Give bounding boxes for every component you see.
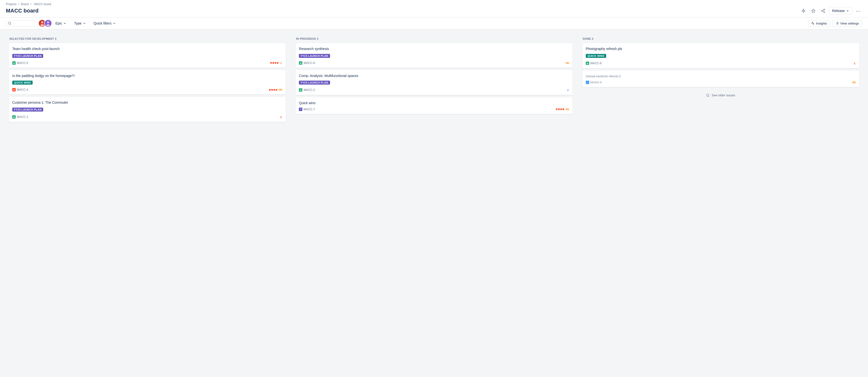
- column-inprogress-header: IN PROGRESS 3: [296, 37, 572, 40]
- quick-filters-button[interactable]: Quick filters: [91, 20, 118, 27]
- dot-1: [270, 62, 272, 64]
- search-input[interactable]: [11, 22, 31, 25]
- type-filter-button[interactable]: Type: [71, 20, 88, 27]
- card-macc5-meta: ∧: [270, 61, 282, 65]
- insights-button[interactable]: Insights: [808, 20, 830, 27]
- card-macc8-id: ▲ MACC-8: [299, 61, 315, 65]
- card-macc4-meta: [269, 89, 282, 91]
- card-macc3[interactable]: Social content: Week 2 MACC-3: [582, 71, 859, 87]
- toolbar: Epic Type Quick filters Insights View se…: [0, 18, 868, 29]
- improvement-icon: ★: [299, 107, 302, 111]
- card-macc3-id: MACC-3: [586, 81, 602, 84]
- svg-point-10: [40, 24, 44, 26]
- line-1: [852, 82, 856, 82]
- svg-point-3: [822, 10, 823, 11]
- card-macc5[interactable]: Team health check post-launch FY23 LAUNC…: [9, 43, 286, 68]
- dot-2: [271, 89, 273, 91]
- quick-filters-chevron-icon: [113, 22, 116, 25]
- view-settings-button[interactable]: View settings: [832, 20, 862, 27]
- card-macc6[interactable]: Photography refresh pls QUICK WINS ▲ MAC…: [582, 43, 859, 68]
- card-macc7[interactable]: Quick wins ★ MACC-7: [296, 97, 572, 114]
- story-icon-2: ▲: [12, 115, 16, 119]
- board: SELECTED FOR DEVELOPMENT 3 Team health c…: [0, 29, 868, 367]
- see-older-label: See older issues: [712, 93, 735, 97]
- lines-icon-3: [566, 108, 569, 110]
- card-macc2-meta: ∨: [567, 88, 569, 92]
- view-settings-icon: [835, 22, 839, 25]
- card-macc4-id: ■ MACC-4: [12, 88, 28, 91]
- card-macc7-footer: ★ MACC-7: [299, 107, 569, 111]
- search-box[interactable]: [6, 20, 35, 27]
- toolbar-right: Insights View settings: [808, 20, 862, 27]
- svg-line-8: [10, 24, 11, 25]
- dot-4: [562, 108, 564, 110]
- card-macc5-id: ▲ MACC-5: [12, 61, 28, 65]
- breadcrumb-current: MACC board: [34, 2, 51, 6]
- card-macc1-id: ▲ MACC-1: [12, 115, 28, 119]
- story-icon-5: ▲: [586, 62, 589, 65]
- breadcrumb-projects[interactable]: Projects: [6, 2, 17, 6]
- column-done: DONE 2 Photography refresh pls QUICK WIN…: [580, 34, 862, 104]
- column-inprogress: IN PROGRESS 3 Research synthesis FY23 LA…: [292, 34, 575, 119]
- dot-2: [272, 62, 274, 64]
- chevron-up-orange-icon: ∧: [280, 115, 282, 119]
- chevron-up-icon: ∧: [280, 61, 282, 65]
- card-macc4-footer: ■ MACC-4: [12, 88, 282, 91]
- see-older-issues[interactable]: See older issues: [582, 90, 859, 101]
- avatar-2-icon: [45, 20, 51, 26]
- svg-point-9: [41, 21, 43, 23]
- epic-filter-button[interactable]: Epic: [53, 20, 69, 27]
- board-title: MACC board: [6, 8, 38, 14]
- breadcrumb: Projects / Board / MACC board: [6, 2, 862, 6]
- share-button[interactable]: [819, 7, 827, 15]
- release-label: Release: [832, 9, 845, 13]
- card-macc2-id: ▲ MACC-2: [299, 88, 315, 92]
- dot-3: [560, 108, 562, 110]
- card-macc2-label: FY23 LAUNCH PLAN: [299, 81, 330, 85]
- type-chevron-icon: [83, 22, 86, 25]
- card-macc8-meta: [566, 62, 569, 64]
- card-macc8-footer: ▲ MACC-8: [299, 61, 569, 65]
- insights-label: Insights: [816, 22, 827, 25]
- line-2: [566, 63, 569, 64]
- line-1: [566, 62, 569, 63]
- svg-point-2: [824, 9, 825, 10]
- card-macc5-label: FY23 LAUNCH PLAN: [12, 54, 43, 58]
- quick-filters-label: Quick filters: [94, 21, 112, 25]
- checkbox-icon: [586, 81, 589, 84]
- lines-icon-4: [852, 82, 856, 83]
- breadcrumb-board[interactable]: Board: [21, 2, 29, 6]
- star-icon: [811, 8, 815, 13]
- star-button[interactable]: [809, 7, 817, 15]
- card-macc8[interactable]: Research synthesis FY23 LAUNCH PLAN ▲ MA…: [296, 43, 572, 68]
- epic-chevron-icon: [63, 22, 66, 25]
- line-1: [566, 108, 569, 109]
- story-icon: ▲: [12, 61, 16, 65]
- card-macc7-id: ★ MACC-7: [299, 107, 315, 111]
- line-2: [566, 109, 569, 110]
- card-macc1[interactable]: Customer persona 1: The Commuter FY23 LA…: [9, 97, 286, 122]
- card-macc3-meta: [852, 82, 856, 83]
- dot-3: [275, 62, 276, 64]
- lines-icon: [279, 89, 282, 90]
- chevron-down-icon: [846, 9, 849, 12]
- more-icon: ···: [856, 8, 861, 14]
- view-settings-label: View settings: [840, 22, 859, 25]
- card-macc5-footer: ▲ MACC-5 ∧: [12, 61, 282, 65]
- column-done-header: DONE 2: [582, 37, 859, 40]
- card-macc1-title: Customer persona 1: The Commuter: [12, 100, 282, 105]
- card-macc6-footer: ▲ MACC-6 ∧: [586, 61, 856, 65]
- card-macc4[interactable]: Is the padding dodgy on the homepage?! Q…: [9, 70, 286, 95]
- svg-line-5: [823, 11, 824, 12]
- bug-icon: ■: [12, 88, 16, 91]
- more-button[interactable]: ···: [854, 7, 862, 15]
- card-macc1-meta: ∧: [280, 115, 282, 119]
- line-2: [279, 90, 282, 90]
- card-macc6-label: QUICK WINS: [586, 54, 606, 58]
- release-button[interactable]: Release: [829, 7, 852, 14]
- card-macc2[interactable]: Comp. Analysis: Multifunctional spaces F…: [296, 70, 572, 95]
- search-older-icon: [706, 94, 710, 97]
- lightning-button[interactable]: [800, 7, 807, 15]
- dot-4: [276, 89, 277, 91]
- column-selected-header: SELECTED FOR DEVELOPMENT 3: [9, 37, 286, 40]
